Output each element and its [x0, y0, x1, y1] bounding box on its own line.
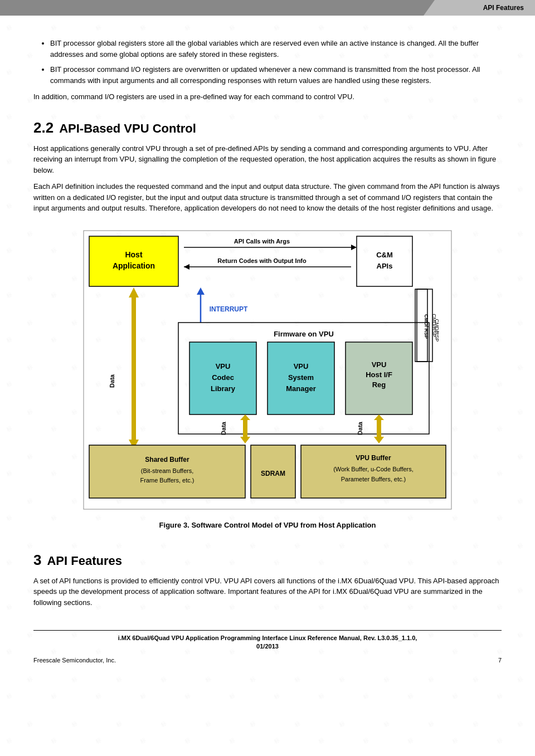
svg-text:CMD/ RSP: CMD/ RSP — [424, 314, 429, 338]
section-3-heading: 3 API Features — [33, 552, 502, 569]
svg-text:Return Codes with Output Info: Return Codes with Output Info — [217, 257, 307, 264]
svg-text:Frame Buffers, etc.): Frame Buffers, etc.) — [140, 477, 194, 484]
footer-manual-date: 01/2013 — [256, 643, 279, 650]
svg-text:VPU Buffer: VPU Buffer — [356, 454, 391, 462]
diagram-container: Host Application API Calls with Args Ret… — [78, 225, 457, 529]
svg-text:APIs: APIs — [377, 262, 393, 270]
svg-text:Data: Data — [109, 374, 115, 388]
svg-text:System: System — [288, 373, 314, 382]
diagram-svg: Host Application API Calls with Args Ret… — [78, 225, 457, 515]
header-bar: API Features — [0, 0, 535, 16]
svg-text:VPU: VPU — [216, 362, 231, 370]
svg-text:VPU: VPU — [372, 360, 387, 369]
footer-company: Freescale Semiconductor, Inc. — [33, 657, 116, 664]
svg-text:Reg: Reg — [372, 381, 386, 389]
footer-bottom: Freescale Semiconductor, Inc. 7 — [33, 655, 502, 666]
section-22-title: API-Based VPU Control — [59, 121, 196, 136]
section22-para1: Host applications generally control VPU … — [33, 143, 502, 176]
svg-marker-43 — [240, 414, 250, 420]
section-3-title: API Features — [47, 554, 122, 568]
svg-marker-47 — [374, 414, 384, 420]
footer-page: 7 — [498, 657, 502, 664]
svg-text:API Calls with Args: API Calls with Args — [234, 238, 290, 245]
svg-marker-17 — [197, 287, 205, 295]
svg-text:Host I/F: Host I/F — [366, 370, 392, 379]
section-22-heading: 2.2 API-Based VPU Control — [33, 119, 502, 136]
svg-text:Parameter Buffers, etc.): Parameter Buffers, etc.) — [341, 476, 406, 482]
bullet-list: BIT processor global registers store all… — [50, 38, 502, 86]
section3-para: A set of API functions is provided to ef… — [33, 575, 502, 608]
footer-manual-line1: i.MX 6Dual/6Quad VPU Application Program… — [118, 635, 417, 641]
svg-text:Codec: Codec — [212, 373, 234, 382]
bullet-item-1: BIT processor global registers store all… — [50, 38, 502, 60]
svg-text:Shared Buffer: Shared Buffer — [145, 456, 189, 464]
svg-text:VPU: VPU — [294, 362, 309, 370]
footer-manual-title: i.MX 6Dual/6Quad VPU Application Program… — [33, 630, 502, 655]
bullet-item-2: BIT processor command I/O registers are … — [50, 64, 502, 86]
svg-marker-42 — [240, 437, 250, 443]
svg-text:Data: Data — [357, 421, 363, 435]
svg-marker-38 — [129, 287, 139, 297]
svg-text:Firmware on VPU: Firmware on VPU — [274, 330, 334, 338]
svg-text:Library: Library — [211, 384, 236, 393]
svg-text:Data: Data — [220, 421, 227, 435]
svg-text:Manager: Manager — [286, 384, 315, 393]
section-3-number: 3 — [33, 552, 41, 569]
section22-para2: Each API definition includes the request… — [33, 181, 502, 214]
svg-text:SDRAM: SDRAM — [261, 470, 285, 477]
section-22-number: 2.2 — [33, 119, 54, 136]
svg-text:(Bit-stream Buffers,: (Bit-stream Buffers, — [141, 467, 194, 474]
svg-text:Host: Host — [125, 250, 142, 259]
svg-text:C&M: C&M — [376, 251, 393, 259]
svg-rect-13 — [357, 236, 412, 286]
svg-text:(Work Buffer, u-Code Buffers,: (Work Buffer, u-Code Buffers, — [333, 466, 414, 472]
header-title: API Features — [483, 4, 524, 12]
svg-marker-11 — [184, 264, 189, 270]
svg-text:Application: Application — [113, 261, 155, 270]
svg-text:INTERRUPT: INTERRUPT — [210, 305, 248, 313]
svg-marker-46 — [374, 437, 384, 443]
intro-paragraph: In addition, command I/O registers are u… — [33, 91, 502, 103]
svg-marker-8 — [351, 245, 357, 250]
figure-caption: Figure 3. Software Control Model of VPU … — [78, 521, 457, 529]
